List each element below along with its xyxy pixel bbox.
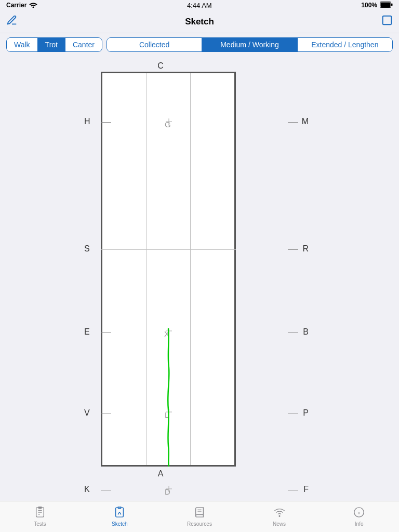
svg-point-13 <box>279 515 280 516</box>
hline-e <box>101 332 111 333</box>
arena-wrapper: C A H S E V K M R B P F <box>70 61 329 477</box>
sketch-label: Sketch <box>112 521 128 527</box>
tests-icon <box>34 507 46 520</box>
hline-h <box>101 122 111 123</box>
hline-b <box>288 332 298 333</box>
tab-resources[interactable]: Resources <box>184 507 215 527</box>
marker-v: V <box>84 408 90 418</box>
resources-icon <box>194 507 205 520</box>
tab-bar: Tests Sketch Resources <box>0 501 399 532</box>
svg-rect-3 <box>383 16 392 25</box>
crosshair-g <box>166 118 172 125</box>
tab-news[interactable]: News <box>264 507 295 527</box>
news-icon <box>274 507 285 520</box>
marker-b: B <box>303 327 309 337</box>
extended-lengthen-button[interactable]: Extended / Lengthen <box>298 38 392 51</box>
arena-rectangle <box>101 72 236 467</box>
vline-right <box>190 73 191 465</box>
hline-k <box>101 490 111 490</box>
marker-p: P <box>303 408 309 418</box>
news-label: News <box>273 521 286 527</box>
marker-h: H <box>84 117 90 126</box>
status-bar: Carrier 4:44 AM 100% <box>0 0 399 10</box>
resources-label: Resources <box>187 521 212 527</box>
marker-m: M <box>302 117 309 126</box>
center-hline <box>101 249 236 250</box>
marker-s: S <box>84 244 90 254</box>
hline-p <box>288 414 298 414</box>
tab-info[interactable]: Info <box>343 507 375 527</box>
gait-group: Walk Trot Canter <box>6 37 102 52</box>
arena-container: C A H S E V K M R B P F <box>0 56 399 497</box>
vline-left <box>147 73 147 465</box>
carrier-label: Carrier <box>6 2 26 9</box>
hline-f <box>288 490 298 490</box>
nav-bar: Sketch <box>0 10 399 33</box>
tab-sketch[interactable]: Sketch <box>104 507 135 527</box>
marker-a: A <box>158 469 164 478</box>
marker-f: F <box>303 485 309 494</box>
hline-r <box>288 249 298 250</box>
marker-c: C <box>157 61 164 71</box>
medium-working-button[interactable]: Medium / Working <box>202 38 297 51</box>
crosshair-d <box>166 486 172 492</box>
wifi-icon <box>29 2 37 9</box>
svg-rect-8 <box>38 507 42 509</box>
crosshair-x <box>166 328 172 334</box>
info-icon <box>353 507 365 520</box>
canter-button[interactable]: Canter <box>65 38 102 51</box>
walk-button[interactable]: Walk <box>7 38 38 51</box>
battery-label: 100% <box>361 2 377 9</box>
tests-label: Tests <box>34 521 46 527</box>
square-icon[interactable] <box>381 15 393 29</box>
page-title: Sketch <box>185 17 214 27</box>
svg-rect-2 <box>380 2 390 7</box>
trot-button[interactable]: Trot <box>38 38 65 51</box>
marker-e: E <box>84 327 90 337</box>
hline-m <box>288 122 298 123</box>
segment-controls: Walk Trot Canter Collected Medium / Work… <box>0 33 399 56</box>
marker-k: K <box>84 485 90 494</box>
sketch-icon <box>114 507 125 520</box>
hline-v <box>101 414 111 414</box>
crosshair-l <box>166 409 172 415</box>
battery-icon <box>380 2 393 9</box>
pace-group: Collected Medium / Working Extended / Le… <box>107 37 393 52</box>
pencil-icon[interactable] <box>6 15 18 29</box>
tab-tests[interactable]: Tests <box>24 507 56 527</box>
collected-button[interactable]: Collected <box>107 38 202 51</box>
time-label: 4:44 AM <box>187 2 212 9</box>
marker-r: R <box>302 244 309 254</box>
info-label: Info <box>355 521 364 527</box>
svg-rect-1 <box>391 3 393 6</box>
